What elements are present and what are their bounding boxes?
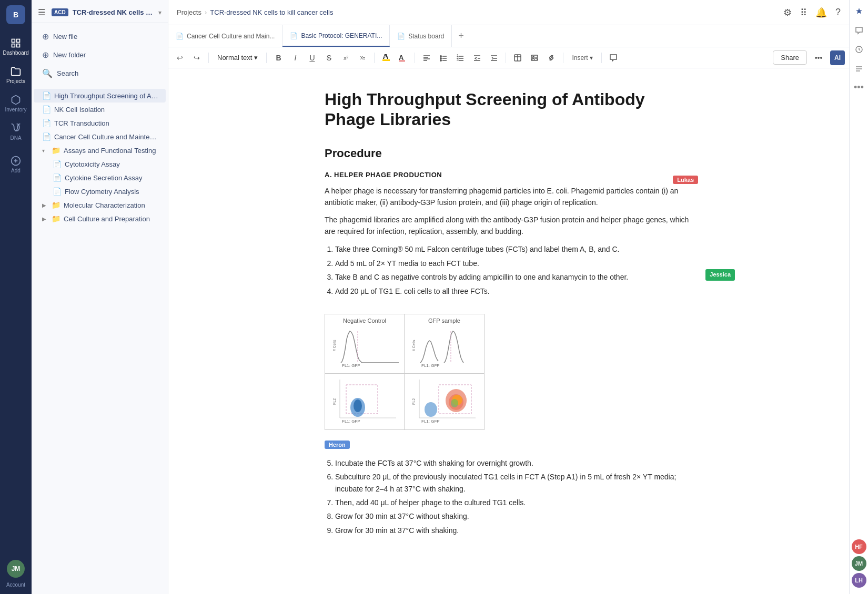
toolbar: ↩ ↪ Normal text ▾ B I U S x² x₂ A 1.2.3. bbox=[168, 47, 849, 68]
ai-button[interactable]: AI bbox=[830, 50, 845, 65]
nav-dashboard[interactable]: Dashboard bbox=[0, 34, 32, 60]
svg-text:FL1: GFP: FL1: GFP bbox=[342, 419, 360, 424]
tree-item-label: Cytotoxicity Assay bbox=[65, 160, 159, 168]
insert-button[interactable]: Insert ▾ bbox=[568, 50, 597, 65]
hamburger-icon[interactable]: ☰ bbox=[38, 7, 45, 17]
nav-add[interactable]: Add bbox=[0, 151, 32, 178]
nav-projects[interactable]: Projects bbox=[0, 62, 32, 88]
breadcrumb-current: TCR-dressed NK cells to kill cancer cell… bbox=[210, 8, 333, 16]
svg-point-36 bbox=[533, 56, 534, 58]
tree-item-label: TCR Transduction bbox=[54, 119, 159, 127]
list-item: Add 5 mL of 2× YT media to each FCT tube… bbox=[335, 258, 693, 269]
search-icon: 🔍 bbox=[42, 68, 53, 78]
add-tab-button[interactable]: + bbox=[452, 25, 470, 47]
tree-item-high-throughput[interactable]: 📄 High Throughput Screening of Anti... bbox=[34, 89, 166, 103]
strikethrough-button[interactable]: S bbox=[321, 50, 336, 65]
tab-cancer-cell[interactable]: 📄 Cancer Cell Culture and Main... bbox=[168, 25, 282, 47]
bullet-list-button[interactable] bbox=[436, 50, 451, 65]
app-avatar[interactable]: B bbox=[6, 5, 25, 24]
jessica-label[interactable]: Jessica bbox=[705, 269, 735, 281]
tree-item-cytotox[interactable]: 📄 Cytotoxicity Assay bbox=[48, 157, 166, 171]
svg-text:FL1: GFP: FL1: GFP bbox=[342, 363, 360, 368]
history-panel-icon[interactable] bbox=[852, 42, 866, 57]
subscript-button[interactable]: x₂ bbox=[355, 50, 370, 65]
toolbar-divider bbox=[601, 53, 602, 63]
superscript-button[interactable]: x² bbox=[338, 50, 353, 65]
bold-button[interactable]: B bbox=[271, 50, 286, 65]
comment-panel-icon[interactable] bbox=[852, 23, 866, 38]
file-tree: 📄 High Throughput Screening of Anti... 📄… bbox=[32, 87, 168, 594]
breadcrumb-root[interactable]: Projects bbox=[177, 8, 201, 16]
breadcrumb-separator: › bbox=[205, 8, 207, 16]
notifications-icon[interactable]: 🔔 bbox=[815, 7, 827, 18]
format-panel-icon[interactable] bbox=[852, 61, 866, 76]
search-button[interactable]: 🔍 Search bbox=[38, 65, 162, 81]
lukas-comment-tag[interactable]: Lukas bbox=[673, 176, 698, 186]
alignment-button[interactable] bbox=[419, 50, 434, 65]
comment-toggle-button[interactable] bbox=[606, 50, 621, 65]
heron-label[interactable]: Heron bbox=[325, 441, 350, 449]
collab-avatar-jm[interactable]: JM bbox=[852, 556, 866, 571]
breadcrumb: Projects › TCR-dressed NK cells to kill … bbox=[177, 8, 333, 16]
heron-comment-tag-wrapper: Heron bbox=[325, 441, 693, 451]
steps-cont-list: Incubate the FCTs at 37°C with shaking f… bbox=[335, 457, 693, 536]
highlight-color-button[interactable] bbox=[379, 50, 393, 65]
collab-avatar-hf[interactable]: HF bbox=[852, 539, 866, 554]
tab-basic-protocol[interactable]: 📄 Basic Protocol: GENERATI... bbox=[282, 25, 390, 47]
new-folder-label: New folder bbox=[53, 51, 86, 59]
svg-text:FL2: FL2 bbox=[332, 398, 336, 405]
numbered-list-button[interactable]: 1.2.3. bbox=[453, 50, 468, 65]
account-avatar[interactable]: JM bbox=[7, 560, 25, 578]
heron-comment-container: Heron Incubate the FCTs at 37°C with sha… bbox=[325, 441, 693, 536]
font-color-button[interactable]: A bbox=[396, 50, 410, 65]
share-button[interactable]: Share bbox=[773, 50, 807, 65]
tab-status-board[interactable]: 📄 Status board bbox=[390, 25, 452, 47]
project-title: TCR-dressed NK cells to k... bbox=[73, 8, 154, 16]
apps-icon[interactable]: ⠿ bbox=[800, 7, 807, 18]
help-icon[interactable]: ? bbox=[835, 7, 841, 18]
svg-text:3.: 3. bbox=[457, 58, 460, 62]
text-style-selector[interactable]: Normal text ▾ bbox=[213, 52, 262, 64]
nav-inventory[interactable]: Inventory bbox=[0, 90, 32, 117]
tree-item-cytokine[interactable]: 📄 Cytokine Secretion Assay bbox=[48, 171, 166, 185]
project-chevron-icon[interactable]: ▾ bbox=[158, 9, 162, 16]
folder-icon: 📁 bbox=[52, 201, 60, 209]
decrease-indent-button[interactable] bbox=[470, 50, 485, 65]
chart-negative-control: Negative Control # Cells FL1: GFP bbox=[325, 314, 405, 373]
more-options-button[interactable]: ••• bbox=[811, 50, 826, 65]
steps-list: Take three Corning® 50 mL Falcon centrif… bbox=[335, 243, 693, 297]
tree-item-tcr[interactable]: 📄 TCR Transduction bbox=[34, 116, 166, 130]
list-item: Take three Corning® 50 mL Falcon centrif… bbox=[335, 243, 693, 255]
tree-item-label: Cell Culture and Preparation bbox=[64, 215, 159, 223]
svg-point-14 bbox=[440, 55, 441, 56]
tree-item-flow[interactable]: 📄 Flow Cytometry Analysis bbox=[48, 185, 166, 198]
redo-button[interactable]: ↪ bbox=[189, 50, 204, 65]
new-folder-button[interactable]: ⊕ New folder bbox=[38, 47, 162, 63]
nav-dna[interactable]: DNA bbox=[0, 119, 32, 145]
tree-item-cell-culture[interactable]: ▶ 📁 Cell Culture and Preparation bbox=[34, 212, 166, 226]
tree-item-cancer-cell[interactable]: 📄 Cancer Cell Culture and Maintena... bbox=[34, 130, 166, 144]
chart-gfp-sample: GFP sample # Cells FL1: GFP bbox=[405, 314, 484, 373]
project-badge: ACD bbox=[52, 8, 68, 16]
file-icon: 📄 bbox=[42, 119, 51, 127]
new-file-button[interactable]: ⊕ New file bbox=[38, 28, 162, 45]
tree-item-assays[interactable]: ▾ 📁 Assays and Functional Testing bbox=[34, 144, 166, 157]
underline-button[interactable]: U bbox=[305, 50, 319, 65]
tree-item-molecular[interactable]: ▶ 📁 Molecular Characterization bbox=[34, 198, 166, 212]
link-button[interactable] bbox=[544, 50, 559, 65]
list-item: Incubate the FCTs at 37°C with shaking f… bbox=[335, 457, 693, 469]
tree-item-label: Cytokine Secretion Assay bbox=[65, 174, 159, 182]
settings-icon[interactable]: ⚙ bbox=[783, 7, 792, 18]
chevron-down-icon: ▾ bbox=[42, 148, 48, 153]
ai-panel-icon[interactable] bbox=[852, 4, 866, 19]
image-button[interactable] bbox=[527, 50, 542, 65]
undo-button[interactable]: ↩ bbox=[173, 50, 187, 65]
tab-label: Basic Protocol: GENERATI... bbox=[301, 32, 382, 39]
doc-content[interactable]: High Throughput Screening of Antibody Ph… bbox=[168, 68, 849, 594]
more-panel-icon[interactable]: ••• bbox=[852, 80, 866, 95]
table-button[interactable] bbox=[510, 50, 525, 65]
tree-item-nk-cell[interactable]: 📄 NK Cell Isolation bbox=[34, 103, 166, 116]
italic-button[interactable]: I bbox=[288, 50, 302, 65]
increase-indent-button[interactable] bbox=[487, 50, 501, 65]
collab-avatar-lh[interactable]: LH bbox=[852, 573, 866, 588]
